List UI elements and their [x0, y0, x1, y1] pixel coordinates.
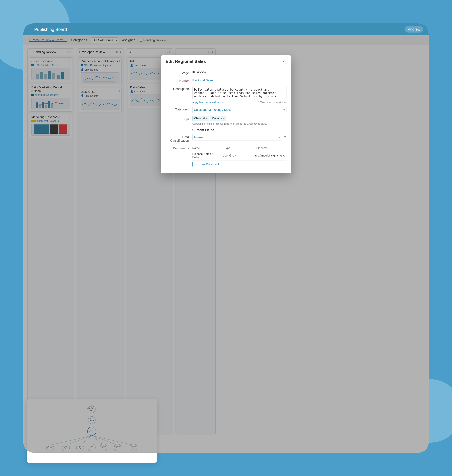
doc-col-name: Name	[192, 146, 223, 150]
doc-table-row-1: Release Notes & Defini... User G... × ht…	[192, 151, 286, 160]
publishing-board-content: 1-Party Review & Certifi... Categories A…	[23, 35, 429, 453]
name-input[interactable]	[192, 78, 286, 83]
tags-label: Tags	[166, 116, 192, 121]
documents-label: Documents	[166, 145, 192, 150]
stage-value: In Review	[192, 70, 286, 74]
tags-row: Channel × Country ×	[192, 116, 286, 121]
tag-channel: Channel ×	[192, 116, 209, 121]
category-select[interactable]: Sales and Marketing / Sales	[192, 107, 286, 113]
modal-title: Edit Regional Sales	[166, 59, 206, 64]
data-classification-select-wrapper: Internal ▾	[192, 134, 282, 140]
data-classification-select[interactable]: Internal	[192, 134, 282, 140]
char-max: 2590 character maximum	[258, 101, 286, 104]
form-row-documents: Documents Name Type Filename Release Not…	[166, 145, 286, 167]
category-label: Category	[166, 107, 192, 111]
app-title: Publishing Board	[34, 27, 67, 32]
apply-markdown-link[interactable]: Apply Markdown to description	[192, 101, 226, 104]
description-textarea[interactable]: Daily sales analysis by country, product…	[192, 86, 286, 99]
documents-table: Name Type Filename Release Notes & Defin…	[192, 145, 286, 167]
doc-col-type: Type	[224, 146, 255, 150]
data-classification-wrapper: Internal ▾ ⚙	[192, 134, 286, 140]
name-label: Name	[166, 78, 192, 83]
new-doc-plus: +	[194, 163, 196, 166]
new-doc-label: + New Document	[197, 163, 219, 166]
form-row-category: Category Sales and Marketing / Sales ▾	[166, 107, 286, 113]
form-row-description: Description Daily sales analysis by coun…	[166, 86, 286, 104]
doc-type-remove[interactable]: ×	[235, 154, 236, 157]
doc-name-value: Release Notes & Defini...	[192, 152, 221, 159]
doc-col-filename: Filename	[256, 146, 286, 150]
data-classification-label: Data Classification	[166, 134, 192, 142]
modal-header: Edit Regional Sales ×	[161, 55, 291, 67]
custom-fields-header: Custom Fields	[166, 128, 286, 132]
tags-container: Channel × Country × Start typing to find…	[192, 116, 286, 125]
form-row-stage: Stage In Review	[166, 70, 286, 75]
home-icon[interactable]: ⌂	[29, 27, 32, 32]
doc-type-value: User G...	[223, 154, 234, 157]
edit-regional-sales-modal: Edit Regional Sales × Stage In Review Na…	[161, 55, 291, 173]
modal-close-button[interactable]: ×	[281, 59, 286, 64]
doc-name-cell: Release Notes & Defini...	[192, 152, 221, 159]
top-bar: ⌂ Publishing Board Andrew	[23, 23, 429, 35]
description-field: Daily sales analysis by country, product…	[192, 86, 286, 104]
category-select-wrapper: Sales and Marketing / Sales ▾	[192, 107, 286, 113]
modal-body: Stage In Review Name Description Daily s…	[161, 67, 291, 173]
description-label: Description	[166, 86, 192, 91]
tag-country: Country ×	[210, 116, 226, 121]
form-row-name: Name	[166, 78, 286, 83]
stage-label: Stage	[166, 70, 192, 75]
tag-channel-close[interactable]: ×	[206, 117, 207, 120]
doc-type-cell: User G... ×	[223, 154, 252, 157]
new-document-button[interactable]: + + New Document	[192, 162, 221, 167]
form-row-data-classification: Data Classification Internal ▾ ⚙	[166, 134, 286, 142]
user-badge[interactable]: Andrew	[405, 26, 423, 33]
form-row-tags: Tags Channel × Country ×	[166, 116, 286, 125]
data-classification-gear[interactable]: ⚙	[284, 135, 286, 139]
main-container: ⌂ Publishing Board Andrew 1-Party Review…	[23, 23, 429, 453]
tags-hint: Start typing to find or create Tags, the…	[192, 122, 286, 125]
tag-country-close[interactable]: ×	[223, 117, 224, 120]
doc-filename-value: https://metricinsights.atla...	[253, 154, 286, 157]
doc-table-header: Name Type Filename	[192, 145, 286, 151]
modal-overlay: Edit Regional Sales × Stage In Review Na…	[23, 35, 429, 453]
